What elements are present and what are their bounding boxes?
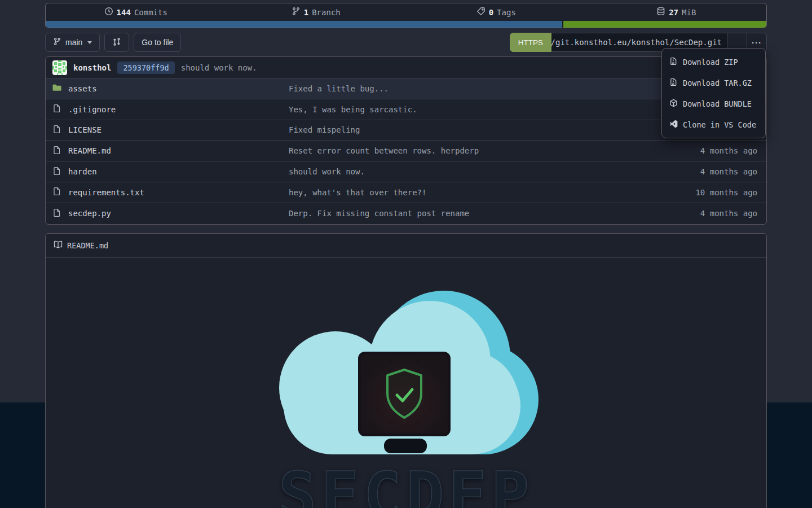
menu-item-label: Download ZIP <box>683 58 738 67</box>
zip-file-icon <box>669 78 678 88</box>
repository-page: 144 Commits 1 Branch 0 Tags 27 MiB <box>45 0 767 508</box>
file-icon <box>52 167 61 177</box>
secdep-wordmark: SECDEP <box>279 463 534 508</box>
table-row: assets Fixed a little bug... <box>46 78 766 99</box>
clone-dropdown-menu: Download ZIP Download TAR.GZ Download BU… <box>661 48 766 138</box>
file-link[interactable]: secdep.py <box>52 208 289 219</box>
file-link[interactable]: harden <box>52 167 289 177</box>
file-icon <box>52 104 61 115</box>
stat-size-value: 27 <box>669 8 678 17</box>
readme-header[interactable]: README.md <box>46 234 766 258</box>
file-link[interactable]: README.md <box>52 146 289 156</box>
language-segment-green <box>563 21 766 28</box>
file-link[interactable]: assets <box>52 83 289 94</box>
go-to-file-button[interactable]: Go to file <box>134 33 181 52</box>
file-date: 4 months ago <box>661 209 757 218</box>
zip-file-icon <box>669 57 678 67</box>
file-name-label: assets <box>68 84 97 93</box>
folder-icon <box>52 83 61 94</box>
git-compare-icon <box>112 37 121 48</box>
file-commit-message[interactable]: Fixed mispeling <box>289 125 661 134</box>
file-icon <box>52 125 61 135</box>
menu-item-download-targz[interactable]: Download TAR.GZ <box>662 72 765 93</box>
table-row: secdep.py Derp. Fix missing constant pos… <box>46 203 766 224</box>
book-icon <box>54 240 63 251</box>
repo-toolbar: main Go to file HTTPS https://git.konsth… <box>45 33 767 52</box>
branch-selector[interactable]: main <box>45 33 100 52</box>
stat-commits[interactable]: 144 Commits <box>46 7 226 17</box>
readme-panel: README.md SECD <box>45 233 767 508</box>
stat-tags[interactable]: 0 Tags <box>406 7 586 17</box>
file-link[interactable]: .gitignore <box>52 104 289 115</box>
file-date: 10 months ago <box>661 188 757 197</box>
branch-selector-label: main <box>65 38 82 47</box>
tag-icon <box>476 7 486 17</box>
menu-item-label: Download TAR.GZ <box>683 78 752 87</box>
table-row: README.md Reset error count between rows… <box>46 141 766 161</box>
readme-title: README.md <box>67 241 108 250</box>
language-bar[interactable] <box>46 21 766 28</box>
package-icon <box>669 99 678 109</box>
file-link[interactable]: requirements.txt <box>52 187 289 198</box>
avatar[interactable] <box>52 60 67 75</box>
shield-check-icon <box>380 366 429 422</box>
table-row: harden should work now. 4 months ago <box>46 161 766 182</box>
commit-hash-badge[interactable]: 259370ff9d <box>117 62 174 74</box>
git-branch-icon <box>53 37 61 47</box>
file-link[interactable]: LICENSE <box>52 125 289 135</box>
stat-size-label: MiB <box>682 8 696 17</box>
file-date: 4 months ago <box>661 167 757 176</box>
repo-stats-bar: 144 Commits 1 Branch 0 Tags 27 MiB <box>45 3 767 28</box>
clone-protocol-button[interactable]: HTTPS <box>510 33 551 52</box>
kebab-icon: ··· <box>752 38 762 47</box>
menu-item-label: Download BUNDLE <box>683 99 752 108</box>
language-segment-blue <box>46 21 562 28</box>
stat-branches-value: 1 <box>304 8 308 17</box>
file-commit-message[interactable]: Fixed a little bug... <box>289 84 661 93</box>
menu-item-download-bundle[interactable]: Download BUNDLE <box>662 93 765 114</box>
database-icon <box>656 7 665 17</box>
stat-commits-label: Commits <box>134 8 167 17</box>
git-branch-icon <box>292 7 301 17</box>
file-name-label: LICENSE <box>68 125 102 134</box>
monitor-stand <box>384 439 427 453</box>
menu-item-clone-vscode[interactable]: Clone in VS Code <box>662 114 765 135</box>
stat-tags-value: 0 <box>489 8 493 17</box>
commit-author[interactable]: konsthol <box>73 63 111 72</box>
chevron-down-icon <box>87 41 92 44</box>
table-row: .gitignore Yes, I was being sarcastic. <box>46 99 766 120</box>
file-name-label: requirements.txt <box>68 188 144 197</box>
go-to-file-label: Go to file <box>142 38 173 47</box>
stat-size[interactable]: 27 MiB <box>586 7 767 17</box>
stat-tags-label: Tags <box>497 8 516 17</box>
table-row: LICENSE Fixed mispeling <box>46 120 766 141</box>
file-name-label: README.md <box>68 146 111 155</box>
file-list-panel: konsthol 259370ff9d should work now. ass… <box>45 56 767 225</box>
file-commit-message[interactable]: Reset error count between rows. herpderp <box>289 146 661 155</box>
clone-url-text: https://git.konsthol.eu/konsthol/SecDep.… <box>551 38 722 47</box>
file-commit-message[interactable]: Derp. Fix missing constant post rename <box>289 209 661 218</box>
menu-item-download-zip[interactable]: Download ZIP <box>662 51 765 72</box>
clone-protocol-label: HTTPS <box>518 38 543 47</box>
table-row: requirements.txt hey, what's that over t… <box>46 182 766 203</box>
compare-button[interactable] <box>104 33 129 52</box>
file-name-label: secdep.py <box>68 209 111 218</box>
latest-commit-row: konsthol 259370ff9d should work now. <box>46 57 766 78</box>
copy-icon <box>733 37 742 47</box>
history-icon <box>104 7 113 17</box>
file-icon <box>52 146 61 156</box>
repo-stats-row: 144 Commits 1 Branch 0 Tags 27 MiB <box>46 3 766 21</box>
vscode-icon <box>669 120 678 130</box>
stat-commits-value: 144 <box>117 8 131 17</box>
file-name-label: .gitignore <box>68 105 116 114</box>
file-commit-message[interactable]: Yes, I was being sarcastic. <box>289 105 661 114</box>
stat-branches[interactable]: 1 Branch <box>226 7 407 17</box>
commit-message[interactable]: should work now. <box>181 63 257 72</box>
file-icon <box>52 187 61 198</box>
monitor-screen <box>358 352 451 436</box>
file-commit-message[interactable]: should work now. <box>289 167 661 176</box>
file-commit-message[interactable]: hey, what's that over there?! <box>289 188 661 197</box>
readme-content: SECDEP <box>46 258 766 508</box>
secdep-cloud-logo <box>273 291 539 456</box>
stat-branches-label: Branch <box>312 8 341 17</box>
